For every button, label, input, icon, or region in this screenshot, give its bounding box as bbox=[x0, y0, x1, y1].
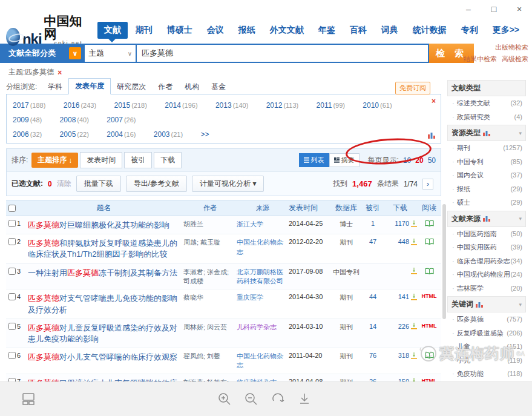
article-cited-count[interactable]: 14 bbox=[363, 323, 383, 330]
free-subscribe-button[interactable]: 免费订阅 bbox=[395, 82, 430, 94]
nav-tab-newspaper[interactable]: 报纸 bbox=[232, 22, 262, 39]
display-panel-icon[interactable] bbox=[22, 393, 35, 405]
article-source-link[interactable]: 中国生化药物杂志 bbox=[237, 352, 289, 371]
group-tab-author[interactable]: 作者 bbox=[152, 79, 179, 94]
article-cited-count[interactable]: 1 bbox=[363, 220, 383, 227]
sort-by-topic-button[interactable]: 主题排序 ↓ bbox=[31, 153, 78, 168]
nav-tab-foreign[interactable]: 外文文献 bbox=[263, 22, 310, 39]
article-title-link[interactable]: 匹多莫德对儿童反复呼吸道感染的疗效及对患儿免疫功能的影响 bbox=[28, 323, 177, 343]
article-source-link[interactable]: 中国生化药物杂志 bbox=[237, 238, 289, 257]
view-list-button[interactable]: 列表 bbox=[299, 153, 329, 167]
nav-tab-dictionary[interactable]: 词典 bbox=[375, 22, 405, 39]
group-tab-fund[interactable]: 基金 bbox=[205, 79, 232, 94]
batch-download-button[interactable]: 批量下载 bbox=[76, 176, 121, 192]
read-book-icon[interactable] bbox=[425, 220, 434, 227]
article-source-link[interactable]: 浙江大学 bbox=[237, 220, 289, 229]
sort-by-date-button[interactable]: 发表时间 bbox=[80, 152, 122, 168]
maximize-button[interactable]: □ bbox=[481, 1, 507, 18]
row-checkbox[interactable] bbox=[8, 293, 16, 300]
visual-analysis-button[interactable]: 计量可视化分析 ▾ bbox=[192, 176, 264, 192]
export-reference-button[interactable]: 导出/参考文献 bbox=[126, 176, 187, 192]
facet-item[interactable]: ·报纸(29) bbox=[447, 182, 526, 196]
download-icon[interactable] bbox=[411, 323, 417, 329]
group-tab-institution[interactable]: 机构 bbox=[179, 79, 205, 94]
nav-tab-patent[interactable]: 专利 bbox=[455, 22, 485, 39]
year-2008[interactable]: 2008(40) bbox=[60, 113, 89, 127]
minimize-button[interactable]: – bbox=[456, 1, 481, 18]
year-2015[interactable]: 2015(218) bbox=[114, 98, 146, 113]
panel-close-icon[interactable]: × bbox=[432, 97, 436, 105]
read-book-icon[interactable] bbox=[425, 238, 434, 245]
list-scrollbar[interactable] bbox=[441, 80, 447, 388]
facet-chart-icon[interactable] bbox=[427, 131, 436, 140]
facet-item[interactable]: ·中国实用医药(39) bbox=[447, 240, 526, 254]
publication-search-link[interactable]: 出版物检索 bbox=[495, 43, 528, 52]
scrollbar-thumb[interactable] bbox=[442, 204, 446, 319]
read-book-icon[interactable] bbox=[425, 352, 434, 359]
close-button[interactable]: × bbox=[507, 1, 532, 18]
nav-tab-encyclopedia[interactable]: 百科 bbox=[343, 22, 373, 39]
year-2003[interactable]: 2003(21) bbox=[154, 127, 183, 142]
year-2014[interactable]: 2014(196) bbox=[165, 98, 197, 113]
row-checkbox[interactable] bbox=[8, 268, 16, 275]
sort-by-download-button[interactable]: 下载 bbox=[154, 152, 182, 168]
article-source-link[interactable]: 儿科药学杂志 bbox=[237, 323, 289, 332]
year-2011[interactable]: 2011(99) bbox=[317, 98, 345, 113]
row-checkbox[interactable] bbox=[8, 238, 16, 245]
year-2016[interactable]: 2016(243) bbox=[64, 98, 96, 113]
nav-tab-thesis[interactable]: 博硕士 bbox=[160, 22, 199, 39]
article-cited-count[interactable]: 44 bbox=[363, 293, 383, 300]
download-file-icon[interactable] bbox=[298, 392, 311, 406]
per-page-20[interactable]: 20 bbox=[415, 156, 423, 165]
read-html-link[interactable]: HTML bbox=[422, 293, 437, 299]
year-2007[interactable]: 2007(26) bbox=[107, 113, 136, 127]
bar-chart-icon[interactable] bbox=[476, 302, 483, 308]
year-2010[interactable]: 2010(61) bbox=[363, 98, 392, 113]
nav-tab-more[interactable]: 更多>> bbox=[486, 22, 526, 39]
collapse-chevron-icon[interactable]: ▾ bbox=[519, 302, 522, 308]
row-checkbox[interactable] bbox=[8, 323, 16, 330]
facet-item[interactable]: ·临床合理用药杂志(34) bbox=[447, 254, 526, 268]
row-checkbox[interactable] bbox=[8, 220, 16, 227]
year-2009[interactable]: 2009(48) bbox=[13, 113, 42, 127]
article-authors[interactable]: 李淑君; 张金成; 司成楼 bbox=[183, 268, 237, 286]
search-field-select[interactable]: 主题 ∨ bbox=[84, 44, 136, 63]
facet-item[interactable]: ·综述类文献(32) bbox=[447, 96, 526, 110]
search-in-results-link[interactable]: 结果中检索 bbox=[464, 54, 497, 64]
cnki-logo[interactable]: nki 中国知网 cnki.net bbox=[6, 15, 83, 46]
article-cited-count[interactable]: 76 bbox=[363, 352, 383, 359]
article-title-link[interactable]: 匹多莫德和脾氨肽对反复呼吸道感染患儿的临床症状及Th1/Th2细胞因子影响的比较 bbox=[28, 239, 177, 259]
year-2017[interactable]: 2017(188) bbox=[13, 98, 45, 113]
article-authors[interactable]: 翟凤鸽; 刘馨 bbox=[183, 352, 237, 361]
nav-tab-conference[interactable]: 会议 bbox=[200, 22, 231, 39]
facet-item[interactable]: ·期刊(1257) bbox=[447, 141, 526, 155]
sort-by-cited-button[interactable]: 被引 bbox=[124, 152, 152, 168]
facet-item[interactable]: ·中国现代药物应用(24) bbox=[447, 268, 526, 282]
collapse-chevron-icon[interactable]: ▾ bbox=[519, 216, 522, 222]
download-icon[interactable] bbox=[411, 352, 417, 359]
year-2013[interactable]: 2013(140) bbox=[215, 98, 248, 113]
article-authors[interactable]: 周林娇; 闵云芸 bbox=[183, 323, 237, 332]
group-tab-level[interactable]: 研究层次 bbox=[111, 79, 152, 94]
article-title-link[interactable]: 匹多莫德对支气管哮喘患儿免疫功能的影响及疗效分析 bbox=[28, 294, 177, 314]
facet-item[interactable]: ·免疫功能(118) bbox=[447, 367, 526, 381]
article-title-link[interactable]: 匹多莫德对小儿支气管哮喘的临床疗效观察 bbox=[28, 352, 177, 362]
advanced-search-link[interactable]: 高级检索 bbox=[502, 54, 528, 64]
filter-tag-close-icon[interactable]: × bbox=[57, 68, 62, 77]
article-authors[interactable]: 蔡晓华 bbox=[183, 293, 237, 302]
category-dropdown[interactable]: 文献全部分类 ∨ bbox=[0, 44, 84, 63]
nav-tab-journal[interactable]: 期刊 bbox=[129, 22, 159, 39]
group-tab-subject[interactable]: 学科 bbox=[42, 79, 68, 94]
search-input[interactable] bbox=[136, 44, 429, 63]
group-tab-year[interactable]: 发表年度 bbox=[68, 78, 111, 94]
read-html-link[interactable]: HTML bbox=[422, 323, 437, 329]
facet-item[interactable]: ·匹多莫德(757) bbox=[447, 312, 526, 326]
nav-tab-yearbook[interactable]: 年鉴 bbox=[312, 22, 342, 39]
download-icon[interactable] bbox=[411, 220, 417, 227]
year-2004[interactable]: 2004(16) bbox=[107, 127, 136, 142]
facet-item[interactable]: ·小儿(119) bbox=[447, 354, 526, 368]
article-authors[interactable]: 周越; 戴玉璇 bbox=[183, 238, 237, 247]
download-icon[interactable] bbox=[411, 294, 417, 300]
article-title-link[interactable]: 一种注射用匹多莫德冻干制剂及其制备方法 bbox=[28, 268, 177, 277]
per-page-50[interactable]: 50 bbox=[428, 156, 436, 165]
